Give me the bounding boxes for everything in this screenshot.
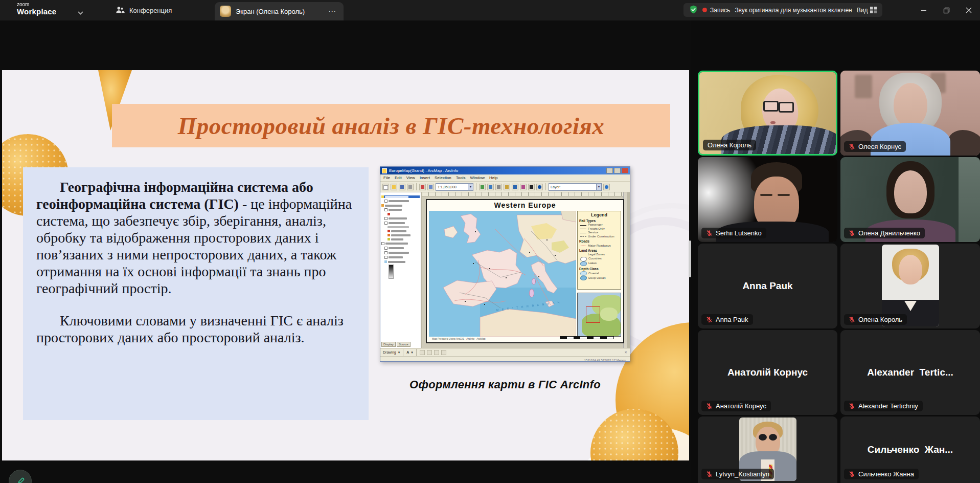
arcmap-drawing-toolbar: Drawing▾ A▾ ✕ bbox=[380, 348, 630, 356]
arcmap-window-title: EuropeMap(Grand) - ArcMap - ArcInfo bbox=[389, 168, 458, 173]
arcmap-map-view: Western Europe bbox=[422, 192, 627, 348]
arcmap-title-bar: EuropeMap(Grand) - ArcMap - ArcInfo bbox=[380, 167, 630, 174]
arcmap-app-icon bbox=[382, 168, 387, 173]
participant-nameplate: Serhii Lutsenko bbox=[701, 228, 766, 238]
tile-anna-pauk[interactable]: Anna Pauk Anna Pauk bbox=[698, 244, 837, 328]
recording-indicator: Запись bbox=[702, 7, 730, 14]
legend-land-heading: Land Areas bbox=[579, 249, 619, 253]
muted-mic-icon bbox=[849, 471, 855, 477]
participant-nameplate: Олеся Корнус bbox=[844, 141, 906, 152]
western-europe-map: M E D I T E R R A N E A N bbox=[429, 211, 576, 337]
panel-resize-handle[interactable] bbox=[689, 240, 691, 277]
muted-mic-icon bbox=[849, 143, 855, 150]
arcmap-window-buttons bbox=[606, 168, 628, 173]
participant-nameplate: Anna Pauk bbox=[701, 314, 753, 325]
view-button[interactable]: Вид bbox=[857, 7, 877, 14]
original-sound-status: Звук оригинала для музыкантов включен bbox=[735, 7, 852, 14]
toc-tab-display: Display bbox=[381, 342, 396, 347]
participant-nameplate: Сильченко Жанна bbox=[844, 469, 919, 479]
participant-nameplate: Олена Король bbox=[844, 314, 907, 325]
layer-combo: Layer: ▾ bbox=[549, 183, 602, 191]
layer-label: Layer: bbox=[551, 185, 560, 189]
participant-name: Олена Король bbox=[858, 316, 902, 323]
close-button[interactable] bbox=[958, 0, 980, 20]
view-label: Вид bbox=[857, 7, 868, 14]
menu-file: File bbox=[383, 175, 390, 180]
tab-screen-label: Экран (Олена Король) bbox=[236, 8, 305, 15]
participant-name: Олеся Корнус bbox=[858, 143, 901, 150]
layout-grid-icon bbox=[870, 7, 877, 13]
legend-rail-heading: Rail Types bbox=[579, 219, 619, 223]
participant-name: Lytvyn_Kostiantyn bbox=[716, 470, 769, 478]
participant-name: Олена Король bbox=[708, 141, 751, 149]
legend-depth-heading: Depth Class bbox=[579, 267, 619, 271]
video-tile-olena-danylchenko[interactable]: Олена Данильченко bbox=[840, 157, 980, 242]
logo-line2: Workplace bbox=[17, 8, 56, 16]
tab-meeting[interactable]: Конференция bbox=[116, 0, 172, 20]
logo-line1: zoom bbox=[17, 2, 56, 8]
scale-combo: 1:1,850,000 ▾ bbox=[436, 183, 473, 191]
sunglasses bbox=[756, 434, 780, 441]
arcmap-screenshot: EuropeMap(Grand) - ArcMap - ArcInfo File… bbox=[380, 166, 630, 362]
muted-mic-icon bbox=[849, 230, 855, 236]
menu-help: Help bbox=[489, 175, 497, 180]
toc-tabs: Display Source bbox=[381, 342, 411, 347]
map-legend: Legend Rail Types Passenger Freight Only… bbox=[577, 211, 621, 290]
menu-view: View bbox=[406, 175, 415, 180]
toc-tab-source: Source bbox=[397, 342, 411, 347]
participant-nameplate: Анатолій Корнус bbox=[701, 401, 771, 411]
participant-name: Anna Pauk bbox=[716, 316, 748, 323]
map-note: Map Prepared Using ArcGIS - ArcInfo - Ar… bbox=[432, 337, 486, 340]
chevron-down-icon[interactable] bbox=[78, 8, 83, 17]
participant-nameplate: Олена Король bbox=[703, 140, 756, 150]
coordinate-readout: 1511624.49 535032.17 Meters bbox=[584, 359, 626, 362]
glasses bbox=[763, 101, 779, 112]
recording-dot-icon bbox=[702, 8, 707, 12]
tile-olena-korol-avatar[interactable]: Олена Король bbox=[840, 244, 980, 328]
participant-name: Анатолій Корнус bbox=[716, 402, 766, 410]
app-title-bar: zoom Workplace Конференция Экран (Олена … bbox=[0, 0, 980, 20]
slide-title-banner: Просторовий аналіз в ГІС-технологіях bbox=[112, 104, 670, 147]
muted-mic-icon bbox=[706, 471, 713, 477]
arcmap-ruler bbox=[422, 192, 627, 196]
video-tile-olena-korol[interactable]: Олена Король bbox=[698, 71, 837, 156]
arcmap-toolbar: 1:1,850,000 ▾ Layer: ▾ bbox=[380, 182, 630, 192]
video-tile-olesia-kornus[interactable]: Олеся Корнус bbox=[840, 71, 980, 156]
people-icon bbox=[116, 6, 125, 15]
video-tile-serhii-lutsenko[interactable]: Serhii Lutsenko bbox=[698, 157, 837, 242]
participant-nameplate: Олена Данильченко bbox=[844, 228, 925, 238]
tile-sylchenko-zhanna[interactable]: Сильченко Жан... Сильченко Жанна bbox=[840, 416, 980, 483]
pencil-icon bbox=[15, 476, 26, 483]
more-options-icon[interactable]: ⋯ bbox=[326, 7, 338, 16]
participant-name: Олена Данильченко bbox=[858, 229, 920, 237]
muted-mic-icon bbox=[706, 403, 713, 409]
tab-meeting-label: Конференция bbox=[129, 7, 172, 14]
tab-screen-share[interactable]: Экран (Олена Король) ⋯ bbox=[215, 2, 344, 20]
participant-nameplate: Lytvyn_Kostiantyn bbox=[701, 469, 774, 479]
muted-mic-icon bbox=[849, 403, 855, 409]
arcmap-body: Display Source Western Europe bbox=[380, 192, 630, 348]
slide-title: Просторовий аналіз в ГІС-технологіях bbox=[178, 112, 605, 140]
definition-text-box: Географічна інформаційна система або гео… bbox=[23, 167, 369, 420]
participant-name: Сильченко Жанна bbox=[858, 470, 914, 478]
muted-mic-icon bbox=[849, 316, 855, 323]
shared-screen-area: Просторовий аналіз в ГІС-технологіях Гео… bbox=[0, 20, 691, 483]
restore-button[interactable] bbox=[935, 0, 958, 20]
arcmap-menu-bar: File Edit View Insert Selection Tools Wi… bbox=[380, 174, 630, 182]
participant-name: Alexander Tertichniy bbox=[858, 402, 918, 410]
window-controls bbox=[913, 0, 980, 20]
meeting-status-pill: Запись Звук оригинала для музыкантов вкл… bbox=[683, 3, 882, 17]
scale-value: 1:1,850,000 bbox=[438, 185, 457, 189]
tile-anatolii-kornus[interactable]: Анатолій Корнус Анатолій Корнус bbox=[698, 330, 837, 415]
security-shield-icon[interactable] bbox=[689, 5, 698, 15]
tile-lytvyn-kostiantyn[interactable]: Lytvyn_Kostiantyn bbox=[698, 416, 837, 483]
menu-tools: Tools bbox=[456, 175, 466, 180]
arcmap-status-bar: 1511624.49 535032.17 Meters bbox=[380, 356, 630, 362]
menu-insert: Insert bbox=[420, 175, 430, 180]
glasses bbox=[779, 102, 794, 113]
minimize-button[interactable] bbox=[913, 0, 935, 20]
tile-alexander-tertichniy[interactable]: Alexander Tertic... Alexander Tertichniy bbox=[840, 330, 980, 415]
map-layout-page: Western Europe bbox=[426, 199, 624, 343]
annotate-button[interactable] bbox=[9, 470, 32, 483]
menu-window: Window bbox=[470, 175, 485, 180]
